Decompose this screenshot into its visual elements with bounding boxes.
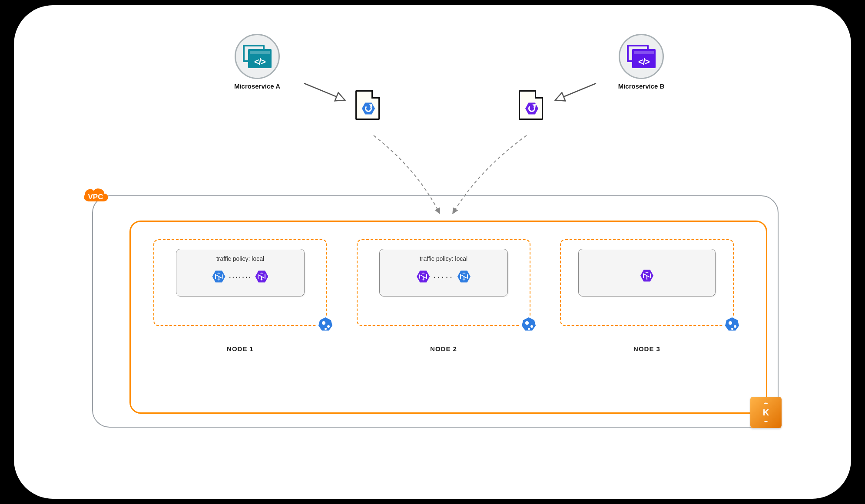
node-label: NODE 2	[357, 345, 530, 352]
node-1: traffic policy: local ······· NODE 1	[153, 239, 327, 352]
vpc-badge: VPC	[81, 186, 110, 205]
microservice-b-icon: </>	[619, 34, 664, 79]
traffic-policy-label	[579, 249, 715, 255]
node-label: NODE 3	[560, 345, 734, 352]
kubelet-icon	[723, 316, 741, 333]
eks-badge-icon: K	[750, 397, 782, 428]
refresh-hex-icon	[362, 102, 375, 115]
code-window-icon: </>	[627, 45, 656, 68]
kubelet-icon	[317, 316, 334, 333]
node-3: NODE 3	[560, 239, 734, 352]
pod-cube-icon	[640, 269, 653, 282]
deployment-file-b-icon	[519, 90, 543, 120]
node-pod-group: traffic policy: local ·······	[176, 249, 305, 296]
code-window-icon: </>	[243, 45, 272, 68]
node-label: NODE 1	[153, 345, 327, 352]
microservice-a-icon: </>	[235, 34, 280, 79]
traffic-policy-label: traffic policy: local	[380, 249, 507, 262]
pod-cube-icon	[255, 270, 268, 283]
traffic-policy-label: traffic policy: local	[176, 249, 304, 262]
node-pod-group: traffic policy: local ·····	[379, 249, 508, 296]
pod-cube-icon	[212, 270, 225, 283]
node-boundary: traffic policy: local ·······	[153, 239, 327, 326]
code-glyph: </>	[636, 57, 651, 64]
microservice-a-label: Microservice A	[222, 82, 292, 90]
connection-dots: ·······	[229, 275, 252, 278]
diagram-canvas: </> Microservice A </> Microservice B VP…	[14, 5, 851, 499]
svg-line-1	[556, 83, 596, 100]
kubelet-icon	[520, 316, 537, 333]
vpc-badge-text: VPC	[81, 193, 110, 201]
connection-dots: ·····	[433, 275, 454, 278]
microservice-b-label: Microservice B	[606, 82, 676, 90]
deployment-file-a-icon	[355, 90, 380, 120]
eks-letter: K	[756, 402, 776, 422]
pod-cube-icon	[457, 270, 471, 283]
node-pod-group	[578, 249, 716, 296]
vpc-container: VPC K traffic policy: local ·······	[92, 195, 779, 428]
code-glyph: </>	[252, 57, 267, 64]
pod-cube-icon	[417, 270, 430, 283]
svg-line-0	[304, 83, 344, 100]
kubernetes-cluster: K traffic policy: local ······· NODE	[129, 221, 767, 414]
node-boundary: traffic policy: local ·····	[357, 239, 530, 326]
node-boundary	[560, 239, 734, 326]
refresh-hex-icon	[525, 102, 538, 115]
node-2: traffic policy: local ····· NODE 2	[357, 239, 530, 352]
